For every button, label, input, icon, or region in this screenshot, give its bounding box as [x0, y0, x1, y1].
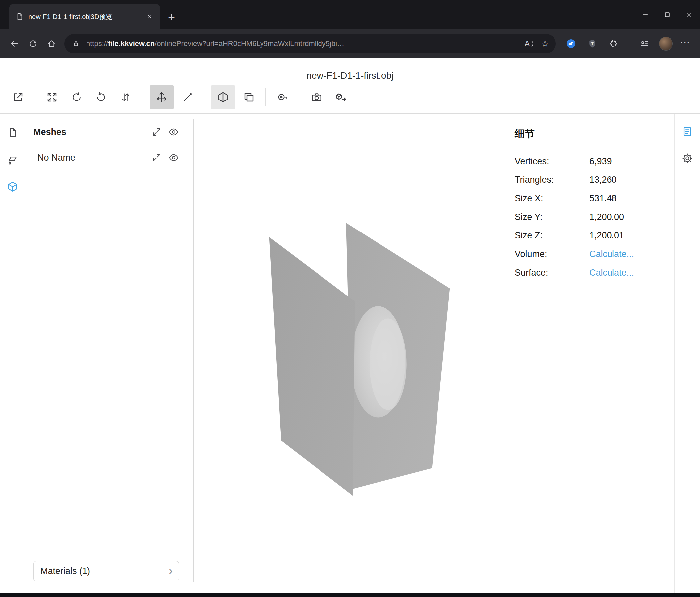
- browser-tab[interactable]: new-F1-D1-1-first.obj3D预览: [9, 4, 160, 29]
- viewer-page: new-F1-D1-1-first.obj: [0, 58, 700, 593]
- open-file-button[interactable]: [8, 87, 28, 107]
- minimize-button[interactable]: [634, 0, 656, 29]
- lock-icon[interactable]: [68, 36, 83, 51]
- line-measure-tool-button[interactable]: [176, 85, 200, 109]
- details-panel: 细节 Vertices: 6,939 Triangles: 13,260 Siz…: [514, 114, 674, 593]
- box-view-button[interactable]: [237, 85, 261, 109]
- url-host: file.kkview.cn: [108, 40, 155, 48]
- read-aloud-letter: A: [525, 40, 530, 48]
- favorites-hub-icon[interactable]: [635, 34, 654, 53]
- more-menu-icon[interactable]: ⋯: [678, 37, 694, 51]
- detail-value: 1,200.01: [589, 231, 624, 241]
- model-3d: [194, 119, 506, 582]
- rotate-horizontal-button[interactable]: [67, 87, 86, 107]
- browser-navbar: https://file.kkview.cn/onlinePreview?url…: [0, 29, 700, 58]
- url-path: /onlinePreview?url=aHR0cHM6Ly9maWxlLmtrd…: [155, 40, 344, 48]
- shield-extension-icon[interactable]: T: [583, 34, 602, 53]
- detail-row-triangles: Triangles: 13,260: [515, 170, 668, 189]
- home-icon[interactable]: [43, 34, 61, 53]
- solid-view-button[interactable]: [211, 85, 235, 109]
- detail-label: Size Z:: [515, 231, 589, 241]
- toggle-all-visibility-icon[interactable]: [168, 127, 179, 137]
- detail-row-size-y: Size Y: 1,200.00: [515, 208, 668, 226]
- details-rows: Vertices: 6,939 Triangles: 13,260 Size X…: [515, 152, 668, 282]
- fit-view-button[interactable]: [42, 87, 62, 107]
- viewer-toolbar: [0, 81, 700, 114]
- favorite-star-icon[interactable]: ☆: [537, 36, 552, 51]
- measure-tape-button[interactable]: [272, 87, 292, 107]
- window-controls: [634, 0, 700, 29]
- details-panel-title: 细节: [515, 124, 668, 144]
- refresh-icon[interactable]: [24, 34, 43, 53]
- meshes-panel-title: Meshes: [33, 127, 152, 137]
- viewport-area: [188, 114, 514, 593]
- back-icon[interactable]: [5, 34, 24, 53]
- move-tool-button[interactable]: [150, 85, 174, 109]
- blue-extension-icon[interactable]: [562, 34, 580, 53]
- detail-value: 13,260: [589, 175, 617, 185]
- detail-value: 6,939: [589, 156, 612, 167]
- detail-label: Surface:: [515, 268, 589, 278]
- materials-label: Materials (1): [41, 566, 169, 576]
- panel-divider: [33, 142, 179, 142]
- page-file-icon: [15, 12, 24, 21]
- model-viewport[interactable]: [193, 119, 506, 582]
- detail-value: 1,200.00: [589, 212, 624, 222]
- profile-avatar[interactable]: [659, 37, 673, 51]
- meshes-panel: Meshes No Name: [25, 114, 188, 593]
- materials-tab-icon[interactable]: [6, 153, 19, 166]
- viewer-content: Meshes No Name: [0, 114, 700, 593]
- rotate-vertical-button[interactable]: [91, 87, 111, 107]
- url-text: https://file.kkview.cn/onlinePreview?url…: [86, 40, 522, 48]
- mesh-name: No Name: [38, 152, 152, 163]
- flip-updown-button[interactable]: [116, 87, 135, 107]
- right-icon-rail: [674, 114, 700, 593]
- toolbar-separator: [266, 88, 266, 106]
- detail-label: Triangles:: [515, 175, 589, 185]
- window-bottom-edge: [0, 593, 700, 597]
- detail-label: Size Y:: [515, 212, 589, 222]
- tab-close-icon[interactable]: [145, 11, 155, 22]
- fit-all-meshes-icon[interactable]: [152, 127, 162, 137]
- page-title: new-F1-D1-1-first.obj: [306, 70, 394, 81]
- url-scheme: https://: [86, 40, 108, 48]
- details-tab-icon[interactable]: [681, 125, 694, 138]
- toggle-mesh-visibility-icon[interactable]: [168, 152, 179, 163]
- detail-row-surface: Surface: Calculate...: [515, 263, 668, 282]
- address-bar[interactable]: https://file.kkview.cn/onlinePreview?url…: [64, 34, 556, 53]
- new-tab-button[interactable]: +: [168, 11, 175, 23]
- shield-letter: T: [591, 42, 594, 46]
- detail-label: Size X:: [515, 193, 589, 204]
- maximize-button[interactable]: [656, 0, 678, 29]
- detail-row-volume: Volume: Calculate...: [515, 245, 668, 263]
- detail-row-size-z: Size Z: 1,200.01: [515, 226, 668, 245]
- extensions-puzzle-icon[interactable]: [604, 34, 623, 53]
- file-info-tab-icon[interactable]: [6, 126, 19, 139]
- close-window-button[interactable]: [678, 0, 700, 29]
- mesh-list-item[interactable]: No Name: [33, 148, 179, 167]
- toolbar-separator: [300, 88, 300, 106]
- read-aloud-icon[interactable]: A: [522, 36, 537, 51]
- detail-value: 531.48: [589, 193, 617, 204]
- detail-row-vertices: Vertices: 6,939: [515, 152, 668, 170]
- toolbar-separator: [204, 88, 204, 106]
- chevron-right-icon: ›: [169, 565, 173, 576]
- screenshot-button[interactable]: [306, 87, 326, 107]
- calculate-surface-link[interactable]: Calculate...: [589, 268, 634, 278]
- materials-button[interactable]: Materials (1) ›: [33, 561, 179, 581]
- settings-gear-icon[interactable]: [681, 151, 694, 165]
- calculate-volume-link[interactable]: Calculate...: [589, 249, 634, 259]
- extensions-area: T ⋯: [562, 34, 694, 53]
- detail-label: Volume:: [515, 249, 589, 259]
- detail-label: Vertices:: [515, 156, 589, 167]
- export-model-button[interactable]: [331, 87, 351, 107]
- mesh-list: No Name: [33, 148, 179, 167]
- fit-mesh-icon[interactable]: [152, 152, 162, 163]
- browser-titlebar: new-F1-D1-1-first.obj3D预览 +: [0, 0, 700, 29]
- left-icon-rail: [0, 114, 25, 593]
- panel-divider: [515, 144, 666, 144]
- detail-row-size-x: Size X: 531.48: [515, 189, 668, 208]
- toolbar-divider: [629, 39, 629, 49]
- meshes-tab-icon[interactable]: [6, 180, 19, 193]
- panel-divider: [33, 554, 179, 555]
